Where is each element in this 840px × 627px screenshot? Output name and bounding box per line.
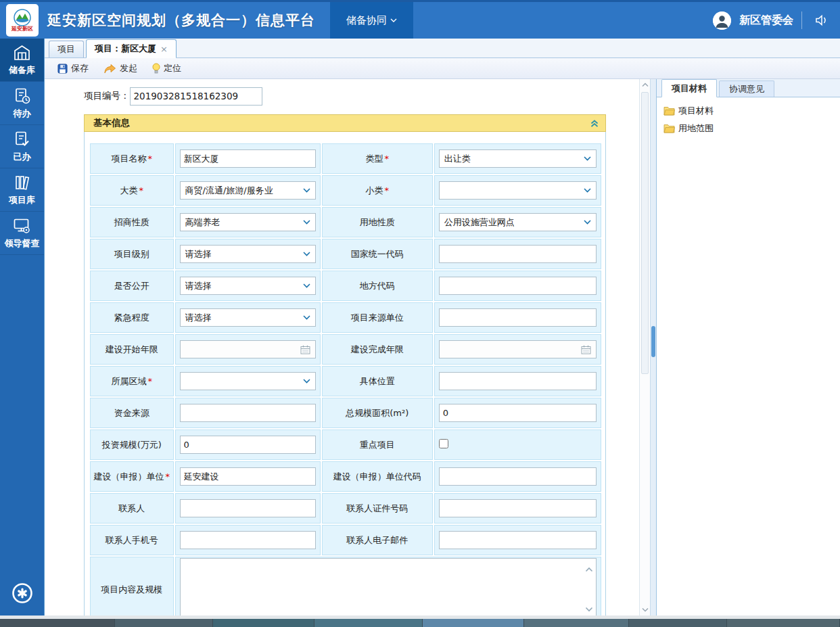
project-content-textarea[interactable]: [180, 558, 597, 616]
warehouse-icon: [13, 44, 31, 62]
tab-label: 项目材料: [672, 83, 707, 95]
field-label: 招商性质: [90, 207, 174, 237]
contact-phone-input[interactable]: [180, 531, 316, 549]
contact-input[interactable]: [180, 499, 316, 517]
field-label: 地方代码: [322, 271, 433, 301]
tab-projects[interactable]: 项目: [49, 41, 84, 57]
sidebar-item-todo[interactable]: 待办: [0, 82, 44, 125]
national-code-input[interactable]: [439, 245, 597, 263]
construction-unit-input[interactable]: [180, 467, 316, 486]
toolbar: 保存 发起 定位: [45, 58, 840, 79]
nav-menu-reserve-coordination[interactable]: 储备协同: [330, 2, 413, 39]
user-avatar[interactable]: [713, 11, 731, 30]
contact-email-input[interactable]: [439, 531, 597, 549]
source-unit-input[interactable]: [439, 308, 597, 327]
collapse-section-button[interactable]: [590, 119, 599, 128]
books-icon: [14, 174, 31, 191]
doc-check-icon: [14, 131, 31, 148]
tab-project-xinqu-building[interactable]: 项目：新区大厦 ×: [86, 39, 177, 58]
sidebar-item-leader-supervision[interactable]: 领导督查: [0, 212, 44, 255]
logo-emblem-icon: [14, 9, 31, 26]
form-scrollbar[interactable]: [639, 79, 650, 616]
panel-splitter[interactable]: [650, 79, 656, 616]
field-label: 总规模面积(m²): [322, 398, 433, 428]
chevron-down-icon: [584, 220, 591, 225]
type-select[interactable]: 出让类: [439, 149, 597, 168]
taskbar-segment: [727, 619, 840, 627]
public-select[interactable]: 请选择: [180, 277, 316, 295]
location-input[interactable]: [439, 372, 597, 390]
scrollbar-up-button[interactable]: [640, 79, 651, 91]
project-level-select[interactable]: 请选择: [180, 245, 316, 263]
tab-close-icon[interactable]: ×: [160, 44, 168, 54]
chevron-down-icon: [303, 252, 310, 256]
tree-item-land-scope[interactable]: 用地范围: [663, 121, 833, 136]
tree-item-label: 项目材料: [678, 105, 714, 117]
region-select[interactable]: [180, 372, 316, 390]
key-project-checkbox[interactable]: [439, 439, 448, 448]
field-label: 联系人手机号: [90, 525, 174, 555]
contact-id-input[interactable]: [439, 499, 597, 517]
splitter-handle[interactable]: [651, 326, 655, 357]
land-use-select[interactable]: 公用设施营业网点: [439, 213, 597, 231]
announcement-button[interactable]: [810, 14, 833, 26]
tree-item-project-materials[interactable]: 项目材料: [663, 103, 833, 118]
scrollbar-track[interactable]: [640, 91, 651, 604]
field-label: 联系人证件号码: [322, 493, 433, 524]
investment-scale-input[interactable]: [180, 436, 316, 454]
sidebar-item-done[interactable]: 已办: [0, 125, 44, 168]
taskbar-segment: [115, 619, 213, 627]
scroll-down-icon[interactable]: [585, 607, 593, 612]
tab-coordination-opinions[interactable]: 协调意见: [719, 80, 774, 97]
field-label: 大类*: [90, 175, 174, 206]
field-label: 联系人电子邮件: [322, 525, 433, 555]
sidebar-item-reserve-library[interactable]: 储备库: [0, 39, 44, 82]
basic-info-header[interactable]: 基本信息: [84, 114, 606, 132]
project-name-input[interactable]: [180, 149, 316, 168]
scroll-up-icon[interactable]: [585, 567, 593, 572]
urgency-select[interactable]: 请选择: [180, 308, 316, 327]
chevron-down-icon: [303, 220, 310, 225]
taskbar-segment: [213, 619, 314, 627]
user-name[interactable]: 新区管委会: [739, 14, 793, 28]
form-row: 是否公开 请选择 地方代码: [90, 271, 601, 301]
field-label: 重点项目: [322, 429, 433, 460]
locate-bulb-icon: [152, 63, 160, 74]
locate-button[interactable]: 定位: [146, 60, 187, 76]
start-year-datepicker[interactable]: [180, 340, 316, 358]
funding-source-input[interactable]: [180, 404, 316, 422]
save-button[interactable]: 保存: [51, 60, 95, 76]
sub-category-select[interactable]: [439, 181, 597, 200]
launch-button[interactable]: 发起: [97, 60, 143, 76]
form-row: 项目名称* 类型* 出让类: [90, 143, 601, 174]
chevron-down-icon: [584, 188, 591, 193]
header-divider: [801, 11, 802, 29]
project-number-input[interactable]: [130, 87, 262, 106]
field-label: 所属区域*: [90, 366, 174, 396]
end-year-datepicker[interactable]: [439, 340, 597, 358]
total-area-input[interactable]: [439, 404, 597, 422]
app-logo: 延安新区: [6, 4, 39, 37]
double-chevron-up-icon: [590, 119, 599, 128]
sidebar-bottom-button[interactable]: [0, 582, 44, 605]
tab-project-materials[interactable]: 项目材料: [661, 79, 717, 97]
project-number-label: 项目编号：: [84, 90, 130, 102]
sidebar-item-project-library[interactable]: 项目库: [0, 168, 44, 212]
local-code-input[interactable]: [439, 277, 597, 295]
major-category-select[interactable]: 商贸/流通/旅游/服务业: [180, 181, 316, 200]
construction-unit-code-input[interactable]: [439, 467, 597, 486]
scrollbar-down-button[interactable]: [640, 604, 651, 616]
chevron-down-icon: [642, 607, 649, 612]
scrollbar-thumb[interactable]: [641, 92, 649, 374]
basic-info-table: 项目名称* 类型* 出让类 大类* 商贸/流通/旅游/服务业 小类*: [89, 142, 603, 616]
field-label: 项目内容及规模: [90, 557, 174, 616]
chevron-down-icon: [303, 315, 310, 320]
form-row: 联系人 联系人证件号码: [90, 493, 601, 524]
chevron-down-icon: [584, 156, 591, 161]
investment-nature-select[interactable]: 高端养老: [180, 213, 316, 231]
form-row: 建设（申报）单位* 建设（申报）单位代码: [90, 461, 601, 492]
sidebar-item-label: 已办: [14, 151, 31, 163]
field-label: 建设（申报）单位*: [90, 461, 174, 492]
field-label: 项目级别: [90, 239, 174, 269]
launch-button-label: 发起: [120, 62, 137, 74]
